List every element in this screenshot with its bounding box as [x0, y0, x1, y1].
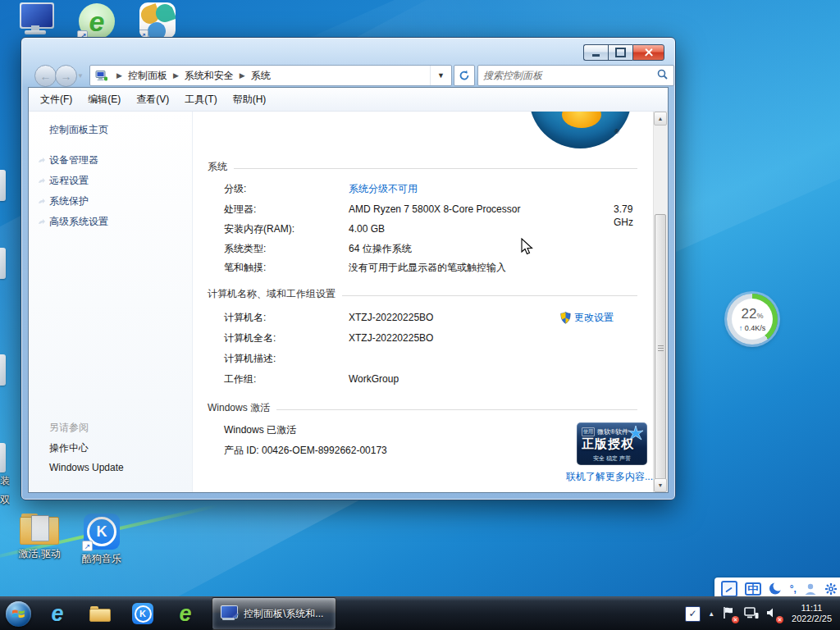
- breadcrumb-system-security[interactable]: 系统和安全: [185, 69, 234, 83]
- row-processor: 处理器: AMD Ryzen 7 5800X 8-Core Processor …: [224, 203, 637, 216]
- ime-fullwidth-moon-icon[interactable]: [769, 582, 783, 596]
- sidebar-item-remote-settings[interactable]: 远程设置: [49, 174, 89, 188]
- ime-user-icon[interactable]: [804, 582, 817, 596]
- ime-chinese-mode-button[interactable]: 中: [745, 582, 761, 596]
- folder-icon: [89, 605, 111, 622]
- scroll-up-button[interactable]: ▲: [654, 112, 667, 126]
- network-speed: 0.4K/s: [745, 324, 766, 332]
- minimize-button[interactable]: [583, 44, 608, 61]
- scrollbar-thumb[interactable]: [655, 214, 666, 481]
- row-system-type: 系统类型: 64 位操作系统: [224, 242, 637, 255]
- taskbar: e K e ✓ 控制面板\系统和... ✓ ▲ ✕ ✕ 11:11 2022/2…: [0, 596, 840, 630]
- menu-tools[interactable]: 工具(T): [185, 93, 217, 107]
- search-icon: [651, 68, 673, 83]
- breadcrumb-separator-icon: ▶: [111, 71, 128, 80]
- address-bar[interactable]: ▶ 控制面板 ▶ 系统和安全 ▶ 系统 ▼: [89, 65, 452, 86]
- row-computer-description: 计算机描述:: [224, 352, 637, 365]
- breadcrumb-system[interactable]: 系统: [251, 69, 271, 83]
- menu-view[interactable]: 查看(V): [136, 93, 169, 107]
- forward-button[interactable]: →: [55, 65, 77, 87]
- desktop-icon-partial[interactable]: [0, 248, 6, 279]
- taskbar-clock[interactable]: 11:11 2022/2/25: [788, 603, 835, 624]
- desktop-icon-label-fragment: 双: [0, 493, 10, 507]
- learn-more-online-link[interactable]: 联机了解更多内容...: [566, 470, 654, 484]
- refresh-button[interactable]: [454, 65, 475, 86]
- search-input[interactable]: [478, 70, 651, 81]
- desktop-icon-partial[interactable]: [0, 354, 6, 386]
- breadcrumb-control-panel[interactable]: 控制面板: [128, 69, 167, 83]
- taskbar-explorer-button[interactable]: [79, 597, 121, 630]
- speed-ball-widget[interactable]: 22% ↑ 0.4K/s: [727, 294, 778, 345]
- system-tray: ✓ ▲ ✕ ✕ 11:11 2022/2/25: [685, 603, 840, 624]
- close-button[interactable]: [632, 44, 664, 61]
- scroll-down-button[interactable]: ▼: [654, 478, 667, 492]
- sidebar-item-windows-update[interactable]: Windows Update: [49, 462, 124, 473]
- task-arrow-icon: [38, 219, 46, 226]
- sidebar-item-device-manager[interactable]: 设备管理器: [49, 153, 98, 167]
- desktop-icon-kugou[interactable]: K ↗ 酷狗音乐: [75, 514, 128, 566]
- tray-app-check-icon[interactable]: ✓: [685, 606, 701, 622]
- menu-bar: 文件(F) 编辑(E) 查看(V) 工具(T) 帮助(H): [29, 88, 668, 112]
- folder-icon: [20, 514, 59, 545]
- desktop-icon-label: 激活,驱动: [13, 547, 66, 561]
- taskbar-green-browser-button[interactable]: e: [164, 597, 207, 630]
- taskbar-kugou-button[interactable]: K: [121, 597, 164, 630]
- maximize-button[interactable]: [608, 44, 632, 61]
- recent-pages-chevron-icon[interactable]: ▼: [77, 72, 84, 80]
- menu-help[interactable]: 帮助(H): [233, 93, 267, 107]
- sidebar: 控制面板主页 设备管理器 远程设置 系统保护 高级系统设置 另请参阅 操作中心 …: [29, 112, 193, 492]
- main-content: ® 系统 分级: 系统分级不可用 处理器: AMD Ryzen 7 5800X …: [193, 112, 654, 492]
- navigation-row: ← → ▼ ▶ 控制面板 ▶ 系统和安全 ▶ 系统 ▼: [28, 63, 669, 87]
- task-arrow-icon: [38, 199, 46, 205]
- row-product-id: 产品 ID: 00426-OEM-8992662-00173: [224, 444, 637, 457]
- rating-unavailable-link[interactable]: 系统分级不可用: [349, 182, 418, 195]
- computer-icon: [16, 2, 54, 35]
- back-button[interactable]: ←: [34, 65, 57, 87]
- window-client-area: 文件(F) 编辑(E) 查看(V) 工具(T) 帮助(H) 控制面板主页 设备管…: [28, 87, 669, 493]
- sidebar-item-system-protection[interactable]: 系统保护: [49, 194, 89, 208]
- forward-arrow-icon: →: [61, 70, 72, 83]
- sidebar-item-control-panel-home[interactable]: 控制面板主页: [49, 123, 108, 137]
- desktop-icon-green-browser[interactable]: e ↗: [79, 3, 115, 39]
- row-full-computer-name: 计算机全名: XTZJ-20220225BO: [224, 331, 637, 345]
- desktop-icon-activation-driver[interactable]: 激活,驱动: [13, 514, 66, 561]
- sidebar-item-advanced-system-settings[interactable]: 高级系统设置: [49, 215, 108, 229]
- mute-badge-icon: ✕: [776, 616, 783, 623]
- section-header-computer-name: 计算机名称、域和工作组设置: [208, 287, 637, 301]
- desktop-icon-partial[interactable]: [0, 443, 6, 472]
- desktop-icon-computer[interactable]: [16, 2, 54, 35]
- taskbar-active-window-button[interactable]: ✓ 控制面板\系统和...: [212, 597, 336, 630]
- green-browser-icon: e ↗: [79, 3, 115, 39]
- desktop-icon-partial[interactable]: [0, 170, 6, 201]
- minimize-icon: [592, 54, 600, 57]
- change-settings[interactable]: 更改设置: [560, 311, 614, 325]
- menu-file[interactable]: 文件(F): [40, 93, 72, 107]
- row-memory: 安装内存(RAM): 4.00 GB: [224, 222, 637, 235]
- breadcrumb-separator-icon: ▶: [234, 71, 251, 80]
- row-activation-status: Windows 已激活: [224, 423, 637, 436]
- error-badge-icon: ✕: [732, 616, 739, 623]
- action-center-flag-icon[interactable]: ✕: [722, 606, 737, 621]
- change-settings-link[interactable]: 更改设置: [574, 311, 614, 325]
- menu-edit[interactable]: 编辑(E): [88, 93, 121, 107]
- sidebar-item-action-center[interactable]: 操作中心: [49, 441, 89, 455]
- speed-ball-face: 22% ↑ 0.4K/s: [732, 299, 773, 340]
- show-hidden-icons-button[interactable]: ▲: [708, 610, 714, 618]
- maximize-icon: [615, 48, 626, 57]
- back-arrow-icon: ←: [40, 70, 52, 83]
- network-status-icon[interactable]: [744, 606, 759, 621]
- desktop-icon-pinwheel-app[interactable]: ↗: [139, 2, 176, 39]
- scroll-down-icon: ▼: [658, 482, 664, 488]
- section-header-system: 系统: [208, 160, 637, 174]
- ime-punctuation-button[interactable]: °,: [790, 583, 797, 595]
- mouse-cursor: [521, 238, 534, 256]
- taskbar-ie-button[interactable]: e: [36, 597, 79, 630]
- volume-muted-icon[interactable]: ✕: [766, 606, 781, 621]
- search-box[interactable]: [477, 65, 674, 86]
- ime-status-icon[interactable]: [721, 581, 737, 597]
- ime-settings-gear-icon[interactable]: [824, 582, 838, 596]
- start-button[interactable]: [0, 597, 36, 630]
- window-body: 控制面板主页 设备管理器 远程设置 系统保护 高级系统设置 另请参阅 操作中心 …: [29, 112, 668, 492]
- address-dropdown-icon[interactable]: ▼: [430, 66, 451, 85]
- vertical-scrollbar[interactable]: ▲ ▼: [653, 112, 668, 492]
